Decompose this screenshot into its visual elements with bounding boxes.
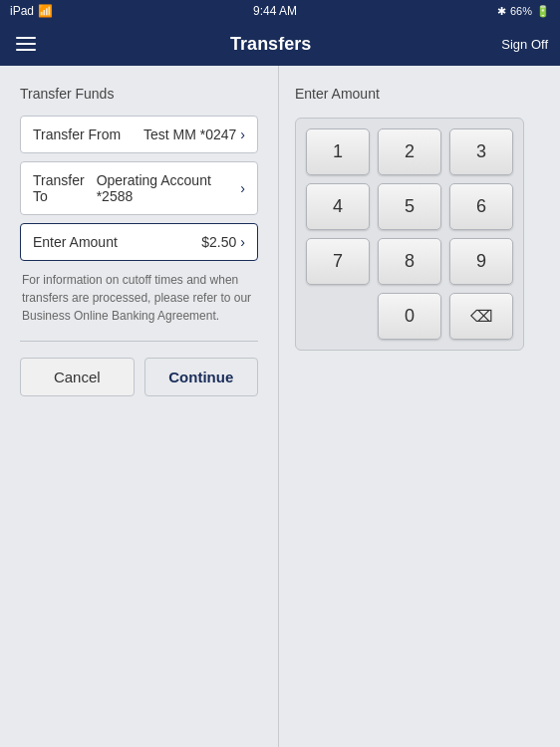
transfer-to-field[interactable]: Transfer To Operating Account *2588 › (20, 161, 258, 215)
hamburger-line-3 (16, 49, 36, 51)
numpad-9-button[interactable]: 9 (449, 238, 513, 285)
hamburger-line-2 (16, 43, 36, 45)
wifi-icon: 📶 (38, 4, 53, 18)
enter-amount-title: Enter Amount (295, 86, 544, 102)
transfer-from-label: Transfer From (33, 126, 121, 142)
numpad-3-button[interactable]: 3 (449, 128, 513, 175)
numpad-8-button[interactable]: 8 (378, 238, 441, 285)
numpad-empty (306, 293, 370, 340)
continue-button[interactable]: Continue (144, 358, 259, 396)
left-panel: Transfer Funds Transfer From Test MM *02… (0, 66, 279, 747)
numpad-7-button[interactable]: 7 (306, 238, 370, 285)
info-text: For information on cutoff times and when… (20, 271, 258, 325)
numpad-0-button[interactable]: 0 (378, 293, 441, 340)
menu-button[interactable] (12, 33, 40, 55)
transfer-to-value: Operating Account *2588 › (97, 172, 245, 204)
transfer-to-chevron: › (240, 180, 245, 196)
bluetooth-icon: ✱ (497, 5, 506, 18)
divider (20, 341, 258, 342)
main-content: Transfer Funds Transfer From Test MM *02… (0, 66, 560, 747)
enter-amount-label: Enter Amount (33, 234, 118, 250)
battery-icon: 🔋 (536, 5, 550, 18)
transfer-from-value: Test MM *0247 › (143, 126, 245, 142)
status-left: iPad 📶 (10, 4, 53, 18)
nav-bar: Transfers Sign Off (0, 22, 560, 66)
numpad-backspace-button[interactable]: ⌫ (449, 293, 513, 340)
numpad-4-button[interactable]: 4 (306, 183, 370, 230)
transfer-from-field[interactable]: Transfer From Test MM *0247 › (20, 116, 258, 153)
status-time: 9:44 AM (253, 4, 297, 18)
action-buttons: Cancel Continue (20, 358, 258, 396)
numpad-2-button[interactable]: 2 (378, 128, 441, 175)
numpad-6-button[interactable]: 6 (449, 183, 513, 230)
numpad: 1234567890⌫ (295, 118, 524, 351)
backspace-icon: ⌫ (470, 308, 493, 325)
enter-amount-value: $2.50 › (201, 234, 245, 250)
hamburger-line-1 (16, 37, 36, 39)
cancel-button[interactable]: Cancel (20, 358, 135, 396)
battery-percentage: 66% (510, 5, 532, 17)
status-bar: iPad 📶 9:44 AM ✱ 66% 🔋 (0, 0, 560, 22)
page-title: Transfers (230, 34, 311, 55)
transfer-from-chevron: › (240, 126, 245, 142)
transfer-to-label: Transfer To (33, 172, 97, 204)
enter-amount-field[interactable]: Enter Amount $2.50 › (20, 223, 258, 261)
sign-off-button[interactable]: Sign Off (501, 37, 548, 52)
ipad-label: iPad (10, 4, 34, 18)
numpad-5-button[interactable]: 5 (378, 183, 441, 230)
right-panel: Enter Amount 1234567890⌫ (279, 66, 560, 747)
transfer-funds-title: Transfer Funds (20, 86, 258, 102)
numpad-1-button[interactable]: 1 (306, 128, 370, 175)
enter-amount-chevron: › (240, 234, 245, 250)
status-right: ✱ 66% 🔋 (497, 5, 550, 18)
